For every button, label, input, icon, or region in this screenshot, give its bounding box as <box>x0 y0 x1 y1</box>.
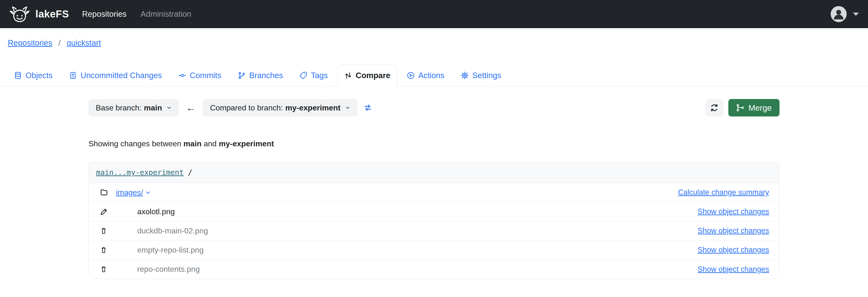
ref-compare-link[interactable]: main...my-experiment <box>96 168 184 177</box>
brand-name: lakeFS <box>35 8 69 20</box>
tab-label: Commits <box>190 71 221 80</box>
tab-label: Uncommitted Changes <box>81 71 162 80</box>
summary-prefix: Showing changes between <box>89 139 183 148</box>
user-menu-button[interactable] <box>831 6 859 22</box>
chevron-down-icon <box>345 105 350 110</box>
trash-icon <box>100 265 107 273</box>
base-branch-dropdown[interactable]: Base branch: main <box>89 99 179 116</box>
trash-icon <box>100 227 107 235</box>
changes-card: main...my-experiment/ images/ Calculate … <box>89 162 779 279</box>
compared-branch-prefix: Compared to branch: <box>210 103 283 112</box>
breadcrumb-separator: / <box>58 38 61 47</box>
tab-label: Tags <box>311 71 328 80</box>
breadcrumb-repositories-link[interactable]: Repositories <box>8 38 52 47</box>
tab-label: Actions <box>418 71 444 80</box>
summary-compared-branch: my-experiment <box>219 139 274 148</box>
swap-icon <box>364 103 372 112</box>
nav-item-repositories[interactable]: Repositories <box>82 9 126 19</box>
arrow-left-icon: ← <box>186 102 196 113</box>
nav-item-administration[interactable]: Administration <box>141 9 191 19</box>
compare-controls: Base branch: main ← Compared to branch: … <box>89 99 779 116</box>
path-suffix: / <box>188 168 192 177</box>
changes-summary-text: Showing changes between main and my-expe… <box>89 139 779 148</box>
summary-base-branch: main <box>183 139 202 148</box>
pencil-icon <box>100 208 108 216</box>
show-object-changes-link[interactable]: Show object changes <box>698 245 769 254</box>
gear-icon <box>461 71 469 79</box>
file-name: repo-contents.png <box>137 265 200 274</box>
show-object-changes-link[interactable]: Show object changes <box>698 227 769 235</box>
file-diff-icon <box>69 71 77 79</box>
table-row-file: empty-repo-list.png Show object changes <box>89 240 779 260</box>
table-row-file: duckdb-main-02.png Show object changes <box>89 221 779 240</box>
tag-icon <box>300 71 307 79</box>
file-name: axolotl.png <box>137 207 175 216</box>
folder-icon <box>100 188 108 197</box>
tab-label: Branches <box>249 71 283 80</box>
compared-branch-name: my-experiment <box>285 103 341 112</box>
repo-tab-bar: Objects Uncommitted Changes Commits Bran… <box>0 64 868 86</box>
tab-compare[interactable]: Compare <box>338 64 397 86</box>
tab-settings[interactable]: Settings <box>454 64 508 86</box>
show-object-changes-link[interactable]: Show object changes <box>698 207 769 216</box>
commit-icon <box>179 71 186 79</box>
merge-button[interactable]: Merge <box>728 99 779 116</box>
refresh-icon <box>710 103 719 112</box>
nav-links: Repositories Administration <box>82 9 191 19</box>
ref-path-header: main...my-experiment/ <box>89 162 779 183</box>
tab-tags[interactable]: Tags <box>293 64 335 86</box>
tab-branches[interactable]: Branches <box>231 64 290 86</box>
chevron-down-icon <box>145 189 151 196</box>
folder-link[interactable]: images/ <box>116 188 151 197</box>
brand[interactable]: lakeFS <box>9 5 69 23</box>
table-row-folder: images/ Calculate change summary <box>89 183 779 202</box>
person-icon <box>831 6 847 22</box>
tab-label: Compare <box>356 71 390 80</box>
table-row-file: axolotl.png Show object changes <box>89 202 779 221</box>
breadcrumb-repo-link[interactable]: quickstart <box>67 38 101 47</box>
file-name: empty-repo-list.png <box>137 245 204 255</box>
show-object-changes-link[interactable]: Show object changes <box>698 265 769 274</box>
tab-label: Objects <box>26 71 53 80</box>
tab-actions[interactable]: Actions <box>400 64 451 86</box>
breadcrumb: Repositories / quickstart <box>0 28 868 52</box>
play-circle-icon <box>407 71 414 79</box>
summary-middle: and <box>202 139 219 148</box>
tab-objects[interactable]: Objects <box>7 64 59 86</box>
lakefs-logo-icon <box>9 5 30 23</box>
top-navbar: lakeFS Repositories Administration <box>0 0 868 28</box>
base-branch-name: main <box>144 103 162 112</box>
git-merge-icon <box>736 103 744 112</box>
base-branch-prefix: Base branch: <box>96 103 142 112</box>
tab-label: Settings <box>472 71 501 80</box>
chevron-down-icon <box>853 12 859 16</box>
merge-button-label: Merge <box>748 103 772 113</box>
table-row-file: repo-contents.png Show object changes <box>89 260 779 279</box>
tab-commits[interactable]: Commits <box>172 64 228 86</box>
avatar <box>831 6 847 22</box>
refresh-button[interactable] <box>705 99 723 116</box>
compare-icon <box>344 71 352 79</box>
branch-icon <box>238 71 246 79</box>
chevron-down-icon <box>166 105 172 110</box>
database-icon <box>14 71 22 79</box>
file-name: duckdb-main-02.png <box>137 227 208 235</box>
swap-branches-button[interactable] <box>364 103 372 112</box>
calculate-change-summary-link[interactable]: Calculate change summary <box>678 188 769 197</box>
folder-name: images/ <box>116 188 143 197</box>
trash-icon <box>100 246 107 254</box>
tab-uncommitted-changes[interactable]: Uncommitted Changes <box>62 64 169 86</box>
compared-branch-dropdown[interactable]: Compared to branch: my-experiment <box>203 99 358 116</box>
